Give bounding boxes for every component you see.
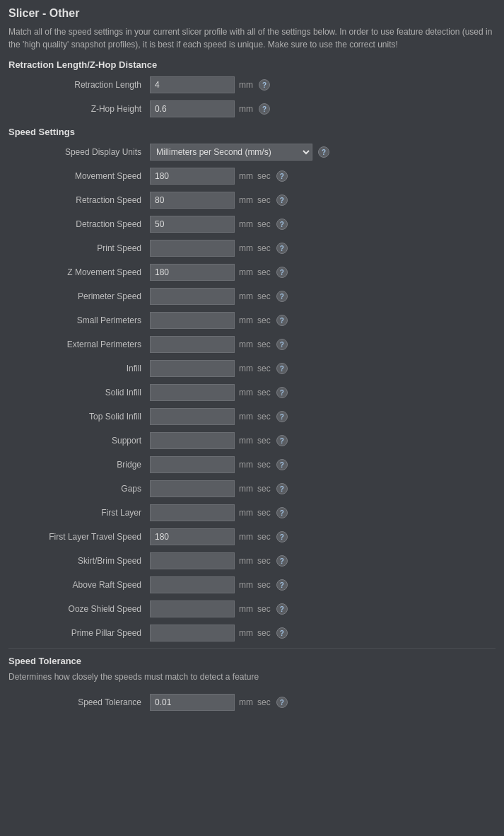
first-layer-travel-speed-row: First Layer Travel Speed mm sec ? xyxy=(8,526,496,547)
retraction-length-unit: mm xyxy=(239,80,253,90)
skirt-brim-speed-input[interactable] xyxy=(150,552,235,569)
skirt-brim-speed-unit1: mm xyxy=(239,556,253,566)
solid-infill-label: Solid Infill xyxy=(8,388,150,397)
retraction-speed-row: Retraction Speed mm sec ? xyxy=(8,190,496,211)
prime-pillar-speed-unit2: sec xyxy=(257,628,271,638)
first-layer-unit2: sec xyxy=(257,508,271,518)
print-speed-row: Print Speed mm sec ? xyxy=(8,238,496,259)
support-row: Support mm sec ? xyxy=(8,430,496,451)
top-solid-infill-unit1: mm xyxy=(239,412,253,422)
solid-infill-row: Solid Infill mm sec ? xyxy=(8,382,496,403)
small-perimeters-help-icon[interactable]: ? xyxy=(276,315,288,326)
ooze-shield-speed-help-icon[interactable]: ? xyxy=(276,603,288,615)
infill-input[interactable] xyxy=(150,360,235,377)
prime-pillar-speed-row: Prime Pillar Speed mm sec ? xyxy=(8,622,496,644)
movement-speed-help-icon[interactable]: ? xyxy=(276,170,288,182)
movement-speed-label: Movement Speed xyxy=(8,171,150,181)
support-help-icon[interactable]: ? xyxy=(276,435,288,446)
retraction-length-label: Retraction Length xyxy=(8,80,150,90)
top-solid-infill-help-icon[interactable]: ? xyxy=(276,411,288,422)
external-perimeters-label: External Perimeters xyxy=(8,339,150,349)
solid-infill-help-icon[interactable]: ? xyxy=(276,387,288,398)
gaps-row: Gaps mm sec ? xyxy=(8,478,496,499)
first-layer-unit1: mm xyxy=(239,508,253,518)
small-perimeters-row: Small Perimeters mm sec ? xyxy=(8,310,496,331)
small-perimeters-input[interactable] xyxy=(150,312,235,329)
print-speed-label: Print Speed xyxy=(8,243,150,253)
speed-display-units-select[interactable]: Millimeters per Second (mm/s) Millimeter… xyxy=(150,144,312,161)
retraction-length-input[interactable] xyxy=(150,76,235,93)
print-speed-unit1: mm xyxy=(239,243,253,253)
bridge-input[interactable] xyxy=(150,456,235,473)
first-layer-travel-speed-help-icon[interactable]: ? xyxy=(276,531,288,542)
z-hop-height-help-icon[interactable]: ? xyxy=(259,103,270,115)
ooze-shield-speed-unit2: sec xyxy=(257,604,271,614)
movement-speed-input[interactable] xyxy=(150,168,235,185)
above-raft-speed-input[interactable] xyxy=(150,576,235,593)
retraction-speed-label: Retraction Speed xyxy=(8,195,150,205)
ooze-shield-speed-unit1: mm xyxy=(239,604,253,614)
retraction-speed-help-icon[interactable]: ? xyxy=(276,195,288,206)
detraction-speed-unit1: mm xyxy=(239,219,253,229)
retraction-length-help-icon[interactable]: ? xyxy=(259,79,270,91)
small-perimeters-unit2: sec xyxy=(257,315,271,325)
external-perimeters-help-icon[interactable]: ? xyxy=(276,339,288,350)
gaps-help-icon[interactable]: ? xyxy=(276,483,288,494)
ooze-shield-speed-row: Ooze Shield Speed mm sec ? xyxy=(8,598,496,620)
skirt-brim-speed-row: Skirt/Brim Speed mm sec ? xyxy=(8,550,496,571)
infill-unit1: mm xyxy=(239,364,253,373)
retraction-speed-unit1: mm xyxy=(239,195,253,205)
perimeter-speed-input[interactable] xyxy=(150,288,235,305)
z-movement-speed-input[interactable] xyxy=(150,264,235,281)
print-speed-input[interactable] xyxy=(150,240,235,257)
infill-help-icon[interactable]: ? xyxy=(276,363,288,374)
solid-infill-input[interactable] xyxy=(150,384,235,401)
z-hop-height-input[interactable] xyxy=(150,100,235,117)
first-layer-input[interactable] xyxy=(150,504,235,521)
bridge-unit1: mm xyxy=(239,460,253,470)
skirt-brim-speed-unit2: sec xyxy=(257,556,271,566)
movement-speed-row: Movement Speed mm sec ? xyxy=(8,166,496,187)
retraction-length-row: Retraction Length mm ? xyxy=(8,74,496,95)
infill-label: Infill xyxy=(8,364,150,373)
small-perimeters-unit1: mm xyxy=(239,315,253,325)
ooze-shield-speed-input[interactable] xyxy=(150,600,235,617)
speed-display-units-label: Speed Display Units xyxy=(8,147,150,157)
skirt-brim-speed-help-icon[interactable]: ? xyxy=(276,555,288,567)
top-solid-infill-unit2: sec xyxy=(257,412,271,422)
prime-pillar-speed-unit1: mm xyxy=(239,628,253,638)
first-layer-travel-speed-unit2: sec xyxy=(257,532,271,542)
first-layer-travel-speed-label: First Layer Travel Speed xyxy=(8,532,150,542)
above-raft-speed-unit1: mm xyxy=(239,580,253,590)
first-layer-help-icon[interactable]: ? xyxy=(276,507,288,518)
speed-display-units-help-icon[interactable]: ? xyxy=(318,146,329,158)
first-layer-label: First Layer xyxy=(8,508,150,518)
external-perimeters-unit1: mm xyxy=(239,339,253,349)
speed-tolerance-input[interactable] xyxy=(150,694,235,711)
above-raft-speed-label: Above Raft Speed xyxy=(8,580,150,590)
perimeter-speed-help-icon[interactable]: ? xyxy=(276,291,288,302)
support-input[interactable] xyxy=(150,432,235,449)
small-perimeters-label: Small Perimeters xyxy=(8,315,150,325)
speed-tolerance-help-icon[interactable]: ? xyxy=(276,697,288,708)
tolerance-description: Determines how closely the speeds must m… xyxy=(8,670,496,683)
external-perimeters-input[interactable] xyxy=(150,336,235,353)
prime-pillar-speed-help-icon[interactable]: ? xyxy=(276,627,288,639)
gaps-unit2: sec xyxy=(257,484,271,494)
above-raft-speed-help-icon[interactable]: ? xyxy=(276,579,288,591)
solid-infill-unit2: sec xyxy=(257,388,271,397)
prime-pillar-speed-input[interactable] xyxy=(150,625,235,641)
detraction-speed-help-icon[interactable]: ? xyxy=(276,219,288,230)
first-layer-travel-speed-input[interactable] xyxy=(150,528,235,545)
speed-tolerance-unit2: sec xyxy=(257,697,271,707)
movement-speed-unit2: sec xyxy=(257,171,271,181)
top-solid-infill-input[interactable] xyxy=(150,408,235,425)
speed-tolerance-row: Speed Tolerance mm sec ? xyxy=(8,692,496,713)
print-speed-help-icon[interactable]: ? xyxy=(276,243,288,254)
z-movement-speed-help-icon[interactable]: ? xyxy=(276,267,288,278)
retraction-speed-input[interactable] xyxy=(150,192,235,209)
gaps-input[interactable] xyxy=(150,480,235,497)
bridge-help-icon[interactable]: ? xyxy=(276,459,288,470)
detraction-speed-input[interactable] xyxy=(150,216,235,233)
infill-unit2: sec xyxy=(257,364,271,373)
